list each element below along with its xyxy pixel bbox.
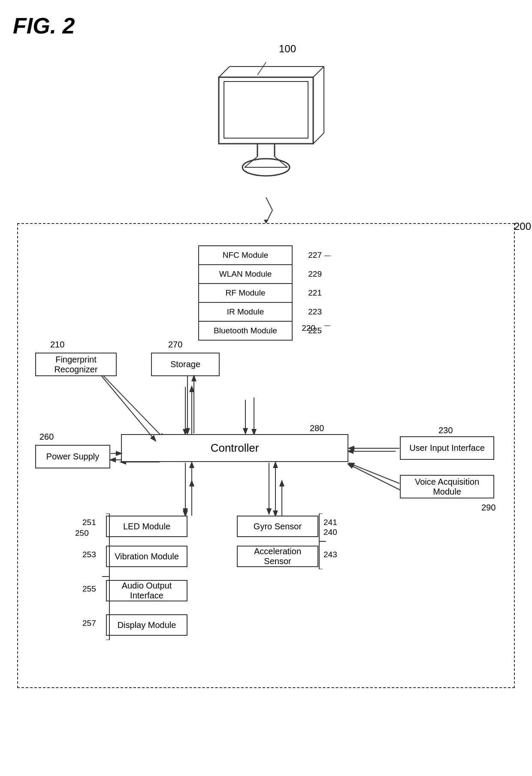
monitor-label: 100 (279, 43, 296, 55)
output-group-num: 250 (75, 528, 89, 538)
svg-line-24 (348, 464, 400, 490)
svg-line-39 (102, 376, 155, 441)
main-diagram: 200 (17, 223, 515, 688)
svg-line-3 (219, 66, 230, 77)
controller-box: Controller (121, 434, 348, 462)
power-supply-box: Power Supply (35, 445, 110, 468)
nfc-module-box: NFC Module 227 — (199, 246, 292, 265)
bluetooth-module-box: Bluetooth Module 225 (199, 322, 292, 340)
svg-line-14 (266, 197, 272, 210)
audio-num: 255 (82, 584, 96, 594)
page: FIG. 2 100 (0, 0, 532, 776)
user-input-num: 230 (438, 426, 453, 435)
vibration-num: 253 (82, 550, 96, 559)
wlan-module-box: WLAN Module 229 (199, 265, 292, 284)
ir-module-box: IR Module 223 220 — (199, 303, 292, 322)
fingerprint-num: 210 (50, 340, 64, 350)
monitor-area: 100 (13, 43, 519, 197)
led-num: 251 (82, 518, 96, 527)
power-supply-num: 260 (39, 432, 54, 442)
ir-label: 223 (308, 307, 322, 317)
storage-num: 270 (168, 340, 182, 350)
connector-arrow (249, 197, 283, 223)
svg-line-17 (102, 374, 164, 438)
nfc-label: 227 (308, 251, 322, 260)
diagram-label: 200 (514, 220, 531, 232)
sensor-bracket (318, 513, 327, 569)
rf-label: 221 (308, 288, 322, 298)
display-mod-num: 257 (82, 619, 96, 628)
audio-box: Audio Output Interface (106, 580, 187, 601)
diagram-container: NFC Module 227 — WLAN Module 229 RF Modu… (27, 237, 505, 674)
svg-line-46 (349, 463, 399, 483)
svg-line-0 (257, 62, 266, 75)
connector-area (13, 197, 519, 223)
output-bracket (102, 513, 110, 640)
monitor-illustration (193, 56, 339, 184)
led-box: LED Module (106, 516, 187, 537)
user-input-box: User Input Interface (400, 436, 494, 460)
controller-num: 280 (310, 423, 324, 433)
wlan-label: 229 (308, 269, 322, 279)
svg-rect-2 (224, 82, 308, 138)
comm-modules-group: NFC Module 227 — WLAN Module 229 RF Modu… (198, 245, 293, 341)
svg-line-7 (313, 133, 324, 144)
storage-box: Storage (151, 353, 220, 376)
vibration-box: Vibration Module (106, 546, 187, 567)
rf-module-box: RF Module 221 (199, 284, 292, 303)
voice-box: Voice Acquisition Module (400, 475, 494, 498)
display-mod-box: Display Module (106, 614, 187, 636)
voice-num: 290 (481, 503, 496, 513)
gyro-box: Gyro Sensor (237, 516, 318, 537)
figure-title: FIG. 2 (13, 13, 519, 39)
svg-line-4 (313, 66, 324, 77)
accel-box: Acceleration Sensor (237, 546, 318, 567)
svg-rect-1 (219, 77, 313, 144)
svg-marker-16 (264, 220, 268, 223)
fingerprint-box: Fingerprint Recognizer (35, 353, 117, 376)
bluetooth-label: 225 (308, 326, 322, 335)
